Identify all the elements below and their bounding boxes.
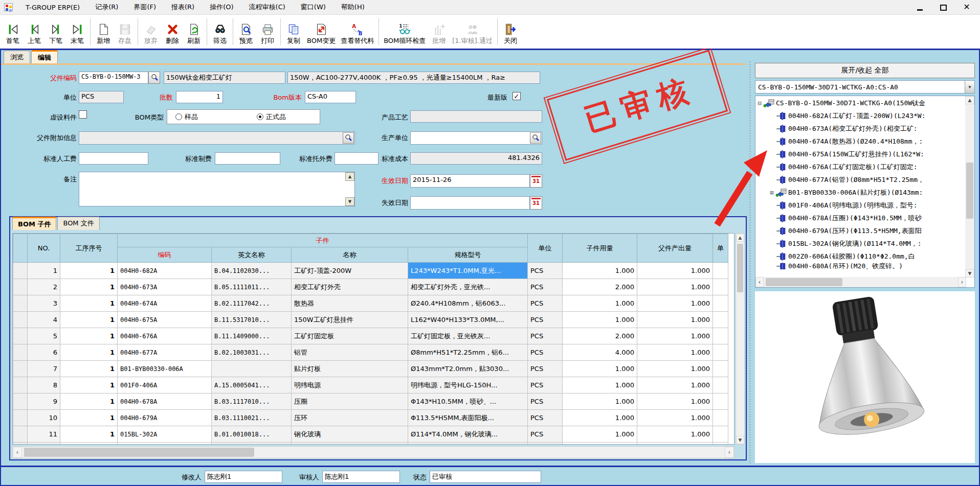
toolbar-button-bom-change[interactable]: BOM变更 [304, 17, 338, 47]
restore-button[interactable] [939, 4, 947, 11]
toolbar-button-delete[interactable]: 删除 [162, 17, 183, 47]
prod-unit-input[interactable] [410, 131, 542, 145]
tree-node[interactable]: ⊞ B01-BYB00330-006A(贴片灯板)(Ø143mm: [756, 186, 965, 199]
scrollbar-thumb[interactable] [766, 278, 842, 286]
parent-extra-lookup-button[interactable] [343, 132, 354, 144]
menu-item[interactable]: 帮助(H) [333, 0, 372, 14]
toolbar-button-new[interactable]: 新增 [93, 17, 114, 47]
bom-version-input[interactable]: CS-A0 [305, 91, 356, 103]
tree-node[interactable]: 004H0-673A(相变工矿灯外壳)(相变工矿: [756, 122, 965, 135]
tree-node[interactable]: 004H0-678A(压圈)(Φ143*H10.5MM，喷砂 [756, 212, 965, 224]
table-row-压环[interactable]: 10 1 004H0-679A B.03.1110021... 压环 Φ113.… [13, 410, 728, 426]
row-selector[interactable] [13, 426, 28, 443]
tree-node[interactable]: 004H0-679A(压环)(Φ113.5*H5MM,表面阳 [756, 224, 965, 237]
row-selector[interactable] [13, 279, 28, 295]
tree-node[interactable]: ⊟ CS-BYB-O-150MW-30D71-WCTKG-A0(150W钛金 [756, 97, 965, 109]
row-selector[interactable] [13, 263, 28, 279]
prod-unit-lookup-button[interactable] [530, 132, 541, 144]
auditor-field[interactable]: 陈志刚1 [322, 471, 400, 483]
scroll-left-button[interactable]: ‹ [755, 277, 764, 287]
row-selector[interactable] [13, 295, 28, 312]
tab-bom-children[interactable]: BOM 子件 [12, 217, 56, 230]
tree-node[interactable]: 004H0-680A(吊环)(M20、铁度锌。) [756, 263, 965, 269]
toolbar-button-view-substitutes[interactable]: AB 查看替代料 [338, 17, 376, 47]
modifier-field[interactable]: 陈志刚1 [205, 471, 282, 483]
table-vertical-scrollbar[interactable]: ▲ ▼ [736, 233, 745, 445]
tab-browse[interactable]: 浏览 [4, 51, 30, 63]
menu-item[interactable]: 操作(O) [202, 0, 241, 14]
eff-date-input[interactable]: 2015-11-26 [410, 174, 530, 188]
exp-date-input[interactable] [410, 196, 530, 210]
tree-node[interactable]: 001F0-406A(明纬电源)(明纬电源，型号: [756, 199, 965, 212]
spin-up-button[interactable]: ▲ [345, 172, 354, 181]
toolbar-button-copy[interactable]: 复制 [283, 17, 304, 47]
scroll-right-button[interactable]: › [725, 447, 734, 458]
menu-item[interactable]: 窗口(W) [293, 0, 333, 14]
std-labor-input[interactable] [79, 152, 148, 165]
toolbar-button-prev-record[interactable]: 上笔 [24, 17, 45, 47]
toolbar-button-next-record[interactable]: 下笔 [45, 17, 66, 47]
toolbar-button-last-record[interactable]: 末笔 [66, 17, 88, 47]
toolbar-button-batch-add[interactable]: 批增 [428, 17, 450, 47]
cell-spec[interactable]: Ø114*T4.0MM，钢化玻璃... [408, 426, 528, 443]
scroll-up-button[interactable]: ▲ [736, 234, 744, 242]
spin-down-button[interactable]: ▼ [345, 197, 354, 206]
cell-spec[interactable]: 相变工矿灯外壳，亚光铁... [408, 279, 528, 295]
toolbar-button-first-record[interactable]: 首笔 [2, 17, 24, 47]
virtual-part-checkbox[interactable] [79, 110, 87, 119]
std-mfg-input[interactable] [215, 152, 280, 165]
menu-item[interactable]: 流程审核(C) [241, 0, 293, 14]
toolbar-button-preview[interactable]: 预览 [235, 17, 257, 47]
cell-spec[interactable]: Ø240.4*H108mm，铝6063... [408, 295, 528, 312]
toolbar-button-refresh[interactable]: 刷新 [183, 17, 205, 47]
table-row-散热器[interactable]: 3 1 004H0-674A B.02.1117042... 散热器 Ø240.… [13, 295, 728, 312]
cell-spec[interactable]: Ø8mm*H51*T2.25mm，铝6... [408, 344, 528, 361]
scroll-up-button[interactable]: ▲ [965, 96, 974, 104]
tree-node[interactable]: 004H0-675A(150W工矿灯悬挂件)(L162*W: [756, 148, 965, 160]
bom-type-sample-radio[interactable]: 样品 [175, 112, 198, 122]
parent-code-lookup-button[interactable] [148, 72, 160, 84]
tree-node[interactable]: 004H0-682A(工矿灯-顶盖-200W)(L243*W: [756, 109, 965, 122]
toolbar-button-close[interactable]: 关闭 [500, 17, 521, 47]
scroll-right-button[interactable]: › [958, 277, 966, 287]
toolbar-button-discard[interactable]: 放弃 [140, 17, 162, 47]
table-row-工矿灯-顶盖-200W[interactable]: 1 1 004H0-682A B.04.1102030... 工矿灯-顶盖-20… [13, 263, 728, 279]
tree-node[interactable]: 004H0-674A(散热器)(Ø240.4*H108mm，: [756, 135, 965, 148]
tree-node[interactable]: 004H0-677A(铝管)(Ø8mm*H51*T2.25mm， [756, 173, 965, 186]
table-horizontal-scrollbar[interactable]: ‹ › [12, 446, 734, 458]
menu-item[interactable]: 报表(R) [164, 0, 202, 14]
cell-spec[interactable]: 明纬电源，型号HLG-150H... [408, 377, 528, 394]
table-row-硅胶圈[interactable]: 12 1 002Z0-606A B.12.2540000... 硅胶圈 Φ110… [13, 443, 728, 445]
toolbar-button-save[interactable]: 存盘 [114, 17, 136, 47]
dropdown-button[interactable]: ▼ [965, 81, 974, 93]
std-out-input[interactable] [335, 152, 378, 165]
table-row-相变工矿灯外壳[interactable]: 2 1 004H0-673A B.05.1111011... 相变工矿灯外壳 相… [13, 279, 728, 295]
tree-horizontal-scrollbar[interactable]: ‹ › [755, 277, 966, 287]
cell-spec[interactable]: Φ113.5*H5MM,表面阳极... [408, 410, 528, 426]
row-selector[interactable] [13, 312, 28, 328]
table-row-铝管[interactable]: 6 1 004H0-677A B.02.1003031... 铝管 Ø8mm*H… [13, 344, 728, 361]
tree-expander[interactable]: ⊟ [756, 100, 763, 107]
toolbar-button-bom-loop-check[interactable]: 1 BOM循环检查 [381, 17, 428, 47]
scroll-left-button[interactable]: ‹ [13, 447, 22, 458]
table-row-工矿灯固定板[interactable]: 5 1 004H0-676A B.11.1409000... 工矿灯固定板 工矿… [13, 328, 728, 344]
cell-spec[interactable]: L162*W40*H133*T3.0MM,... [408, 312, 528, 328]
table-row-150W工矿灯悬挂件[interactable]: 4 1 004H0-675A B.11.5317010... 150W工矿灯悬挂… [13, 312, 728, 328]
exp-date-calendar-button[interactable]: 31 [530, 196, 542, 210]
cell-spec[interactable]: Φ143*H10.5MM，喷砂、... [408, 394, 528, 410]
scrollbar-thumb[interactable] [737, 244, 743, 292]
cell-spec[interactable]: Φ110*Φ2.0，白色硅胶 [408, 443, 528, 445]
row-selector[interactable] [13, 377, 28, 394]
row-selector[interactable] [13, 410, 28, 426]
menu-item[interactable]: 记录(R) [87, 0, 126, 14]
tree-node[interactable]: 004H0-676A(工矿灯固定板)(工矿灯固定: [756, 160, 965, 173]
parent-code-input[interactable]: CS-BYB-O-150MW-3 [79, 72, 148, 84]
toolbar-button-filter[interactable]: 筛选 [209, 17, 231, 47]
remark-textarea[interactable] [79, 172, 355, 206]
table-row-钢化玻璃[interactable]: 11 1 015BL-302A B.01.0010018... 钢化玻璃 Ø11… [13, 426, 728, 443]
scroll-down-button[interactable]: ▼ [736, 436, 744, 444]
close-button[interactable]: ✕ [963, 4, 971, 11]
table-row-贴片灯板[interactable]: 7 1 B01-BYB00330-006A 贴片灯板 Ø143mm*T2.0mm… [13, 361, 728, 377]
table-row-压圈[interactable]: 9 1 004H0-678A B.03.1117010... 压圈 Φ143*H… [13, 394, 728, 410]
menu-item[interactable]: T-GROUP ERP(E) [18, 0, 87, 14]
